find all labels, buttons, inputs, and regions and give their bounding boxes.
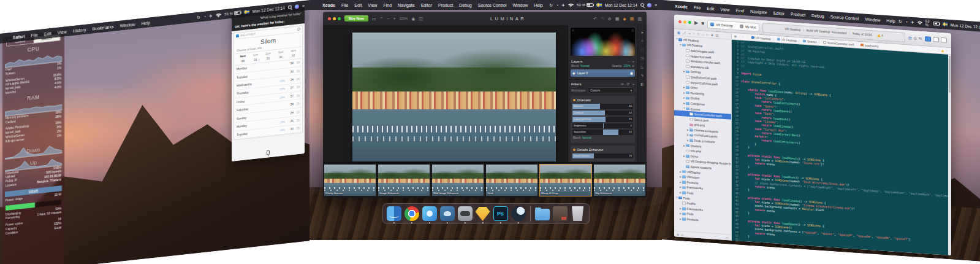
navigator-toggle[interactable] [925, 36, 931, 42]
preset-thumbnail[interactable]: Clarity Booster [324, 164, 376, 196]
menu-item[interactable]: File [338, 3, 351, 7]
filter-enabled-dot[interactable] [573, 149, 575, 151]
menu-item[interactable]: Edit [351, 3, 365, 7]
battery-indicator[interactable]: 53 % [577, 3, 593, 7]
battery-indicator[interactable]: 53 % [925, 19, 940, 28]
info-icon[interactable]: i [297, 27, 300, 31]
back-icon[interactable]: 〈 [738, 34, 741, 38]
trash[interactable] [571, 206, 585, 221]
preview-eye-icon[interactable]: ◉ [411, 17, 415, 21]
reset-filters-icon[interactable]: ⟳ [626, 82, 629, 86]
buy-now-button[interactable]: Buy Now [344, 15, 368, 21]
run-button[interactable]: ▶ [694, 20, 698, 25]
filter-slider[interactable]: Saturation52 [572, 130, 633, 135]
filter-list-icon[interactable]: ≔ [620, 82, 624, 86]
editor-scrollbar[interactable] [948, 55, 951, 255]
dramatic-filter-title[interactable]: Dramatic [577, 98, 591, 102]
menu-item[interactable]: Find [732, 7, 747, 13]
zoom-level[interactable]: 100% [400, 17, 408, 20]
apply-icon[interactable]: ⊘ [608, 17, 612, 21]
menu-item[interactable]: Bookmarks [89, 24, 117, 31]
dramatic-blend-value[interactable]: Normal [582, 136, 591, 139]
menu-item[interactable]: View [717, 7, 732, 12]
menu-item[interactable]: Product [435, 3, 456, 7]
version-editor-icon[interactable]: ⇆ [919, 36, 922, 41]
folder[interactable] [535, 206, 550, 221]
menu-item[interactable]: Product [788, 11, 808, 17]
chrome[interactable] [405, 206, 419, 221]
document[interactable] [553, 206, 568, 221]
symbol-navigator-icon[interactable]: ≔ [688, 31, 691, 35]
side-panel-icon[interactable]: ▥ [637, 17, 642, 21]
prev-issue-icon[interactable]: 〈 [937, 49, 940, 52]
filter-slider[interactable]: Small Details18 [572, 153, 633, 159]
menu-item[interactable]: Edit [704, 6, 717, 11]
menubar-clock[interactable]: Mon 12 Dec 12:14 [951, 23, 980, 29]
photo-canvas[interactable] [323, 25, 568, 162]
opacity-value[interactable]: 100% [623, 64, 631, 68]
find-navigator-icon[interactable]: ⌕ [693, 31, 695, 36]
add-layer-icon[interactable]: + [632, 60, 634, 63]
menu-item[interactable]: Debug [808, 13, 827, 18]
separator[interactable] [530, 206, 531, 222]
jump-bar-item[interactable]: 〉Scenes [798, 39, 817, 44]
clone-tool-icon[interactable]: ◳ [640, 56, 644, 60]
menu-item[interactable]: Window [509, 3, 531, 7]
siri-icon[interactable] [647, 3, 651, 7]
wifi-icon[interactable] [216, 12, 221, 17]
pointer-tool-icon[interactable]: ➤ [640, 30, 644, 34]
eraser-tool-icon[interactable]: ◺ [641, 64, 644, 69]
airplane-icon[interactable]: ✈ [209, 14, 213, 18]
window-controls[interactable] [678, 20, 691, 24]
preset-thumbnail[interactable]: Mild Image Enhancer [431, 164, 484, 196]
istat-icon[interactable]: ◔ [556, 3, 558, 7]
jump-bar-item[interactable]: 〉SceneController.swift [818, 40, 854, 46]
input-language-flag-icon[interactable] [244, 10, 249, 14]
istat-icon[interactable]: ◔ [905, 20, 908, 24]
sync-icon[interactable]: ↻ [549, 3, 553, 7]
menu-item[interactable]: Xcode [319, 3, 338, 7]
vr-goggles[interactable] [458, 206, 473, 221]
report-navigator-icon[interactable]: ▤ [715, 33, 718, 37]
issue-warning-icon[interactable] [941, 49, 944, 52]
menubar-clock[interactable]: Mon 12 Dec 12:14 [605, 3, 637, 7]
jump-bar-item[interactable]: 〉VR Desktop [772, 37, 797, 42]
standard-editor-icon[interactable]: ▤ [908, 35, 912, 39]
histogram[interactable]: △△ [571, 28, 635, 56]
breakpoint-navigator-icon[interactable]: ◆ [711, 33, 713, 36]
menu-item[interactable]: Help [883, 18, 898, 23]
inspector-toggle[interactable] [941, 37, 947, 43]
menu-item[interactable]: Source Control [827, 14, 862, 21]
remove-layer-icon[interactable]: − [628, 60, 630, 63]
preset-thumbnail[interactable]: Sharp & Crisp [539, 164, 592, 196]
share-icon[interactable]: ⌃ [379, 17, 383, 21]
menu-item[interactable]: View [55, 29, 70, 35]
wifi-icon[interactable] [568, 3, 574, 7]
menu-item[interactable]: Xcode [672, 4, 691, 9]
open-folder-icon[interactable]: ▭ [372, 17, 376, 21]
menu-item[interactable]: Source Control [475, 3, 510, 7]
menu-item[interactable]: Navigate [747, 9, 770, 15]
redo-icon[interactable]: ↷ [601, 17, 604, 21]
warning-badge[interactable]: 4 [877, 34, 883, 37]
project-navigator-icon[interactable]: ▦ [677, 31, 680, 34]
window-controls[interactable] [328, 17, 341, 20]
brush-tool-icon[interactable]: ✎ [640, 73, 644, 77]
teal-app[interactable] [440, 206, 455, 221]
issue-navigator-icon[interactable]: ⚠ [697, 32, 699, 36]
stop-button[interactable]: ■ [701, 21, 704, 26]
layer-row[interactable]: ◉ Layer 0 ▣ [571, 69, 635, 77]
filter-icon[interactable]: ◎ [681, 233, 683, 236]
filters-panel-icon[interactable]: ▤ [630, 17, 634, 21]
next-issue-icon[interactable]: 〉 [946, 49, 949, 53]
wifi-icon[interactable] [917, 20, 922, 25]
zoom-in-icon[interactable]: + [393, 17, 395, 21]
layers-panel-icon[interactable]: ◈ [623, 17, 626, 21]
sketch[interactable] [476, 206, 490, 221]
workspace-dropdown[interactable]: Custom▾ [588, 87, 634, 93]
menu-item[interactable]: History [70, 27, 89, 33]
menu-item[interactable]: Help [531, 3, 545, 7]
finder[interactable] [387, 206, 401, 221]
library-icon[interactable]: ▦ [615, 17, 620, 21]
recent-files-icon[interactable]: ▢ [726, 236, 729, 239]
